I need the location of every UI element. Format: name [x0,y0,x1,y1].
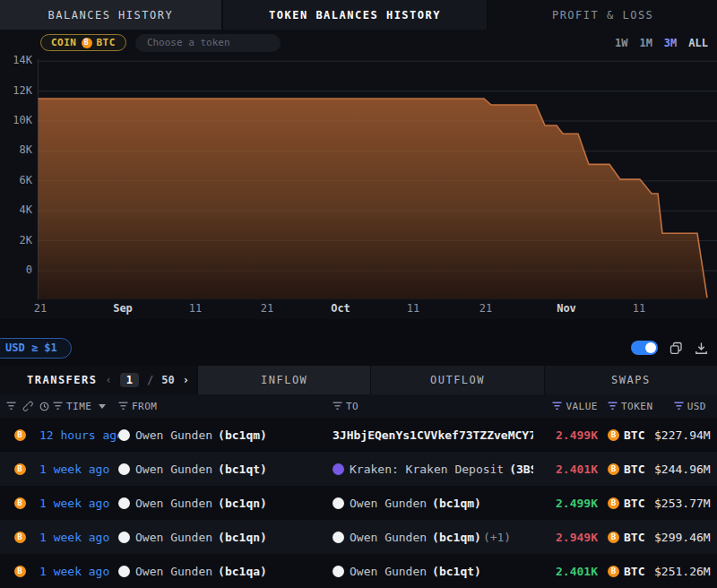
transfer-time[interactable]: 1 week ago [39,497,118,510]
bitcoin-icon: B [608,532,619,543]
transfer-from[interactable]: Owen Gunden(bc1qm) [118,428,333,442]
transfer-from[interactable]: Owen Gunden(bc1qn) [118,531,333,544]
range-all[interactable]: ALL [688,37,708,49]
transfer-row[interactable]: B 1 week ago Owen Gunden(bc1qt) Kraken: … [0,452,717,486]
x-tick-label: Nov [557,302,576,315]
entity-tag: (bc1qm) [432,497,481,510]
bitcoin-icon: B [82,38,92,48]
column-header-from[interactable]: FROM [118,401,333,412]
tab-balances-history[interactable]: BALANCES HISTORY [0,0,223,30]
entity-tag: (bc1qm) [218,428,267,442]
balance-history-chart[interactable]: 14K12K10K8K6K4K2K0 21Sep1121Oct1121Nov11 [0,56,717,319]
transfer-usd: $253.77M [654,497,717,510]
address-text[interactable]: 3JHbjEQenYs1CVVkef73TZZveMCY7b3… [333,428,533,442]
column-header-time[interactable]: TIME [39,401,118,412]
transfer-row[interactable]: B 1 week ago Owen Gunden(bc1qn) Owen Gun… [0,486,717,520]
chain-link-icon[interactable] [22,401,33,411]
tab-swaps[interactable]: SWAPS [544,366,717,394]
transfer-time[interactable]: 1 week ago [39,463,118,476]
transfer-usd: $299.46M [654,531,717,544]
transfer-token: BBTC [598,428,654,442]
download-icon[interactable] [695,342,708,355]
entity-tag: (bc1qt) [432,565,481,578]
entity-name[interactable]: Owen Gunden [135,428,212,442]
y-tick-label: 6K [0,174,32,186]
entity-name[interactable]: Owen Gunden [135,565,212,578]
column-header-token[interactable]: TOKEN [598,401,654,412]
transfer-value: 2.499K [533,497,598,510]
range-3m[interactable]: 3M [664,37,677,49]
time-range-selector: 1W1M3MALL [615,30,708,56]
bitcoin-chain-icon: B [14,497,26,509]
transfer-to[interactable]: Owen Gunden(bc1qm) [333,497,533,510]
entity-tag: (bc1qt) [218,463,267,476]
tab-inflow[interactable]: INFLOW [197,366,370,394]
usd-filter-chip[interactable]: USD ≥ $1 [0,338,72,359]
y-tick-label: 10K [0,114,32,126]
copy-icon[interactable] [669,342,683,355]
entity-avatar-icon [118,532,130,543]
transfer-row[interactable]: B 1 week ago Owen Gunden(bc1qn) Owen Gun… [0,520,717,554]
transfer-token: BBTC [598,463,654,476]
transfer-time[interactable]: 1 week ago [39,565,118,578]
transfer-to[interactable]: Owen Gunden(bc1qm)(+1) [333,531,533,544]
range-1m[interactable]: 1M [639,37,652,49]
chart-controls: COIN B BTC 1W1M3MALL [0,30,717,56]
transfers-table-body: B 12 hours ago Owen Gunden(bc1qm) 3JHbjE… [0,418,717,588]
transfer-to[interactable]: 3JHbjEQenYs1CVVkef73TZZveMCY7b3… [333,428,533,442]
tab-token-balances-history[interactable]: TOKEN BALANCES HISTORY [223,0,489,30]
transfer-time[interactable]: 12 hours ago [39,428,118,442]
entity-name[interactable]: Owen Gunden [135,497,212,510]
entity-tag: (bc1qn) [218,531,267,544]
entity-name[interactable]: Kraken: Kraken Deposit [350,463,504,476]
filter-icon[interactable] [6,402,16,411]
transfer-usd: $227.94M [654,428,717,442]
clock-icon [39,402,49,411]
usd-filter-toggle[interactable] [631,341,658,355]
transfer-from[interactable]: Owen Gunden(bc1qt) [118,463,333,476]
y-tick-label: 2K [0,234,32,246]
coin-filter-chip[interactable]: COIN B BTC [40,34,126,51]
filter-icon [333,402,342,411]
y-tick-label: 0 [0,264,32,276]
transfer-value: 2.949K [533,531,598,544]
entity-name[interactable]: Owen Gunden [135,463,212,476]
transfer-from[interactable]: Owen Gunden(bc1qa) [118,565,333,578]
filter-icon-active [674,402,684,411]
filter-icon [118,402,128,411]
transfer-time[interactable]: 1 week ago [39,531,118,544]
transfer-row[interactable]: B 12 hours ago Owen Gunden(bc1qm) 3JHbjE… [0,418,717,452]
filter-icon-active [552,402,562,411]
tab-profit-loss[interactable]: PROFIT & LOSS [488,0,717,30]
token-search-input[interactable] [135,34,281,52]
entity-name[interactable]: Owen Gunden [350,531,427,544]
toggle-knob [645,342,656,353]
transfer-usd: $244.96M [654,463,717,476]
entity-name[interactable]: Owen Gunden [135,531,212,544]
transfer-to[interactable]: Kraken: Kraken Deposit(3BSJX) [333,463,533,476]
transfer-row[interactable]: B 1 week ago Owen Gunden(bc1qa) Owen Gun… [0,554,717,588]
x-tick-label: Oct [331,302,350,315]
range-1w[interactable]: 1W [615,37,627,49]
filter-icon-active [608,402,618,411]
x-tick-label: 11 [633,302,645,315]
tab-outflow[interactable]: OUTFLOW [370,366,543,394]
y-tick-label: 12K [0,84,32,97]
transfers-table-header: TIME FROM TO VALUE TOKEN USD [0,394,717,418]
column-header-usd[interactable]: USD [654,401,717,412]
entity-name[interactable]: Owen Gunden [350,497,427,510]
next-page-button[interactable]: › [183,374,189,386]
y-tick-label: 14K [0,54,32,66]
column-header-value[interactable]: VALUE [533,401,598,412]
tab-transfers[interactable]: TRANSFERS ‹ 1 / 50 › [0,366,197,394]
transfer-from[interactable]: Owen Gunden(bc1qn) [118,497,333,510]
prev-page-button[interactable]: ‹ [106,374,112,386]
bitcoin-icon: B [608,463,619,475]
entity-name[interactable]: Owen Gunden [350,565,427,578]
column-header-to[interactable]: TO [333,401,533,412]
entity-tag: (bc1qa) [218,565,267,578]
transfer-to[interactable]: Owen Gunden(bc1qt) [333,565,533,578]
x-tick-label: 11 [407,302,419,315]
entity-tag: (bc1qn) [218,497,267,510]
bitcoin-icon: B [608,429,619,441]
